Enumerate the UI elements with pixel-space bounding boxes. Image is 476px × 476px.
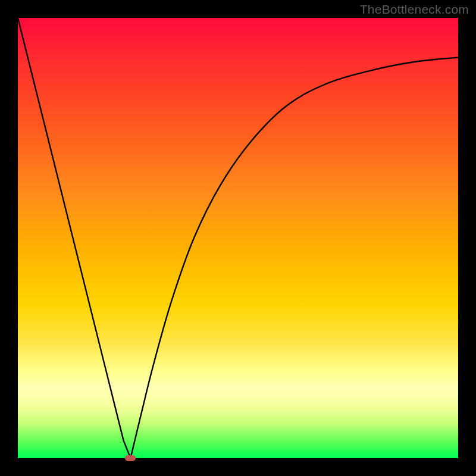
watermark-text: TheBottleneck.com — [360, 2, 469, 17]
bottleneck-curve — [18, 18, 458, 458]
minimum-marker — [125, 455, 136, 461]
curve-svg — [18, 18, 458, 458]
plot-area — [18, 18, 458, 458]
chart-frame: TheBottleneck.com — [0, 0, 476, 476]
